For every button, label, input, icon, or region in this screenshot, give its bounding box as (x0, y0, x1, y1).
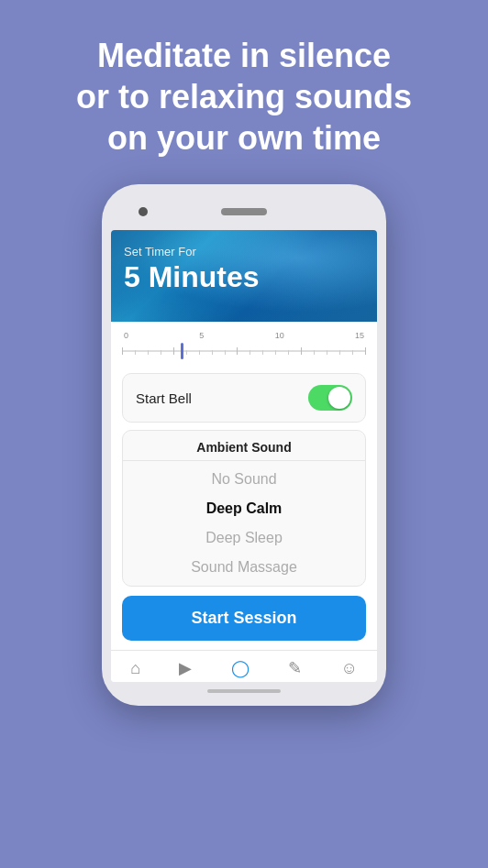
sound-option-deep-calm[interactable]: Deep Calm (123, 494, 365, 523)
slider-track-container[interactable] (122, 342, 366, 360)
home-indicator (207, 689, 281, 693)
nav-edit[interactable]: ✎ (288, 658, 302, 678)
ambient-sound-picker[interactable]: Ambient Sound No Sound Deep Calm Deep Sl… (122, 430, 366, 587)
sound-options-list[interactable]: No Sound Deep Calm Deep Sleep Sound Mass… (123, 461, 365, 586)
nav-play[interactable]: ▶ (179, 658, 192, 678)
camera-icon (139, 207, 148, 216)
mark-10: 10 (275, 331, 284, 340)
nav-timer[interactable]: ◯ (231, 658, 250, 678)
mark-5: 5 (199, 331, 204, 340)
slider-track (122, 350, 366, 352)
start-bell-row: Start Bell (122, 373, 366, 423)
sound-option-sound-massage[interactable]: Sound Massage (123, 553, 365, 582)
phone-screen: Set Timer For 5 Minutes 0 5 10 15 (111, 230, 377, 682)
headline-text: Meditate in silence or to relaxing sound… (49, 0, 439, 177)
slider-thumb[interactable] (181, 343, 183, 359)
phone-mockup: Set Timer For 5 Minutes 0 5 10 15 (102, 184, 386, 706)
sound-option-deep-sleep[interactable]: Deep Sleep (123, 523, 365, 553)
start-bell-toggle[interactable] (308, 385, 352, 411)
mark-0: 0 (124, 331, 128, 340)
speaker-icon (221, 208, 267, 215)
nav-home[interactable]: ⌂ (130, 659, 140, 678)
timer-value: 5 Minutes (124, 260, 364, 294)
sound-option-no-sound[interactable]: No Sound (123, 465, 365, 494)
timer-label: Set Timer For (124, 245, 364, 258)
slider-area[interactable]: 0 5 10 15 (111, 322, 377, 366)
timer-header: Set Timer For 5 Minutes (111, 230, 377, 322)
ambient-sound-title: Ambient Sound (123, 431, 365, 461)
bottom-navigation: ⌂ ▶ ◯ ✎ ☺ (111, 650, 377, 682)
toggle-knob (328, 387, 350, 409)
phone-bottom-bar (111, 689, 377, 693)
start-bell-label: Start Bell (136, 390, 192, 406)
mark-15: 15 (355, 331, 364, 340)
nav-profile[interactable]: ☺ (340, 659, 357, 678)
slider-marks: 0 5 10 15 (122, 331, 366, 340)
phone-top-bar (111, 201, 377, 223)
start-session-button[interactable]: Start Session (122, 596, 366, 641)
